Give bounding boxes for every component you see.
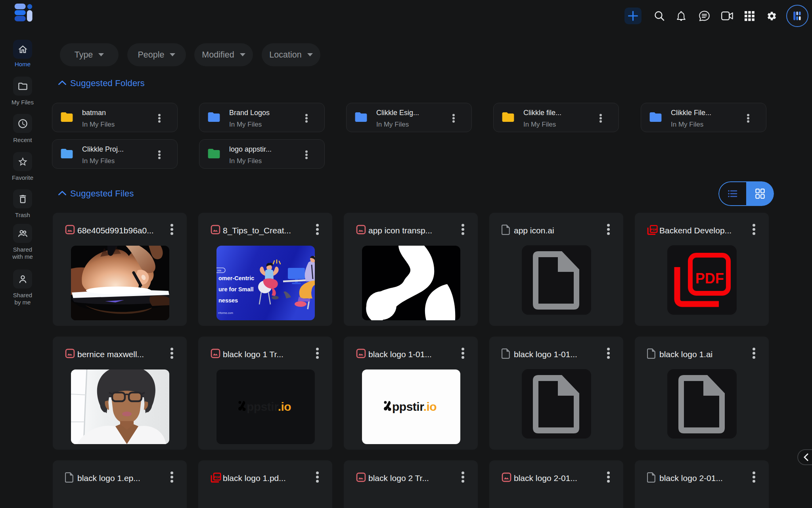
svg-text:PDF: PDF [214, 475, 220, 479]
svg-text:rrforme.com: rrforme.com [218, 312, 233, 314]
svg-text:mix: mix [217, 269, 222, 272]
svg-text:omer-Centric: omer-Centric [218, 275, 254, 281]
svg-text:ure for Small: ure for Small [218, 286, 254, 292]
svg-text:nesses: nesses [218, 297, 238, 304]
svg-text:PDF: PDF [651, 228, 657, 231]
svg-text:PDF: PDF [695, 270, 724, 287]
svg-text:ppstir.io: ppstir.io [247, 400, 291, 413]
svg-text:ppstir.io: ppstir.io [392, 400, 437, 413]
